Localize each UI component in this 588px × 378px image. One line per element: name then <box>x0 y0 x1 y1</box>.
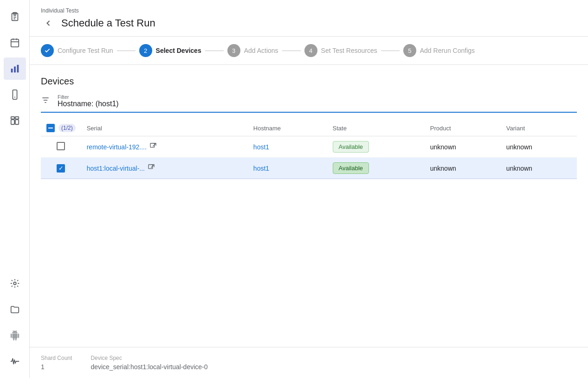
content-area: Devices Filter Hostname: (host1) <box>30 65 588 347</box>
step-5-label: Add Rerun Configs <box>420 47 475 54</box>
select-all-checkbox[interactable] <box>46 124 55 132</box>
sidebar-item-phone[interactable] <box>4 83 26 106</box>
filter-value: Hostname: (host1) <box>58 100 119 108</box>
row-2-serial-link[interactable]: host1:local-virtual-... <box>87 164 242 173</box>
header: Individual Tests Schedule a Test Run <box>30 0 588 37</box>
filter-content: Filter Hostname: (host1) <box>58 94 119 108</box>
row-2-state-badge: Available <box>333 162 369 174</box>
step-3-circle: 3 <box>227 44 240 57</box>
sidebar <box>0 0 30 378</box>
shard-count-value: 1 <box>41 363 72 371</box>
svg-rect-14 <box>11 117 14 119</box>
row-2-state: Available <box>327 158 425 179</box>
row-2-ext-icon[interactable] <box>148 164 155 173</box>
connector-4-5 <box>381 51 400 51</box>
back-button[interactable] <box>41 16 56 31</box>
row-2-hostname: host1 <box>248 158 327 179</box>
row-1-state: Available <box>327 136 425 158</box>
sidebar-item-calendar[interactable] <box>4 32 26 54</box>
row-1-variant: unknown <box>501 136 577 158</box>
row-1-checkbox[interactable] <box>57 142 65 150</box>
th-variant: Variant <box>501 120 577 136</box>
th-state: State <box>327 120 425 136</box>
device-spec-value: device_serial:host1:local-virtual-device… <box>90 363 207 371</box>
step-1-label: Configure Test Run <box>58 47 113 54</box>
step-4: 4 Set Test Resources <box>304 44 377 57</box>
page-title: Schedule a Test Run <box>61 17 155 29</box>
row-2-checkbox-cell: ✓ <box>41 158 81 179</box>
th-select-all: (1/2) <box>41 120 81 136</box>
table-row: ✓ host1:local-virtual-... <box>41 158 577 179</box>
row-2-variant: unknown <box>501 158 577 179</box>
svg-rect-12 <box>13 90 17 99</box>
shard-count-label: Shard Count <box>41 355 72 361</box>
filter-icon <box>41 96 50 107</box>
th-hostname: Hostname <box>248 120 327 136</box>
row-2-serial: host1:local-virtual-... <box>81 158 248 179</box>
device-table: (1/2) Serial Hostname State Product Vari… <box>41 120 577 179</box>
sidebar-item-clipboard[interactable] <box>4 6 26 28</box>
step-1-circle <box>41 44 54 57</box>
svg-rect-16 <box>11 120 14 124</box>
row-1-hostname-link[interactable]: host1 <box>253 143 269 151</box>
step-4-circle: 4 <box>304 44 317 57</box>
breadcrumb: Individual Tests <box>41 4 577 16</box>
sidebar-item-chart[interactable] <box>4 58 26 80</box>
selection-count: (1/2) <box>58 124 76 132</box>
row-1-product: unknown <box>425 136 501 158</box>
row-1-ext-icon[interactable] <box>149 142 157 152</box>
sidebar-item-settings[interactable] <box>4 272 26 295</box>
connector-1-2 <box>117 51 136 51</box>
table-row: remote-virtual-192.... host1 <box>41 136 577 158</box>
sidebar-item-folder[interactable] <box>4 298 26 320</box>
th-serial: Serial <box>81 120 248 136</box>
row-2-checkbox[interactable]: ✓ <box>57 164 65 173</box>
footer-panel: Shard Count 1 Device Spec device_serial:… <box>30 347 588 378</box>
th-product: Product <box>425 120 501 136</box>
row-1-hostname: host1 <box>248 136 327 158</box>
svg-rect-11 <box>17 65 19 73</box>
step-3: 3 Add Actions <box>227 44 278 57</box>
step-4-label: Set Test Resources <box>321 47 377 54</box>
row-2-product: unknown <box>425 158 501 179</box>
sidebar-item-android[interactable] <box>4 324 26 346</box>
sidebar-item-waveform[interactable] <box>4 350 26 372</box>
svg-rect-9 <box>11 69 13 72</box>
step-2-label: Select Devices <box>156 47 201 54</box>
row-1-state-badge: Available <box>333 141 369 153</box>
svg-rect-10 <box>14 66 16 72</box>
step-2-circle: 2 <box>139 44 152 57</box>
devices-section-title: Devices <box>41 76 577 87</box>
svg-rect-17 <box>15 120 18 124</box>
svg-point-18 <box>13 282 16 285</box>
step-3-label: Add Actions <box>244 47 278 54</box>
row-2-hostname-link[interactable]: host1 <box>253 165 269 172</box>
device-spec-field: Device Spec device_serial:host1:local-vi… <box>90 355 207 371</box>
connector-2-3 <box>205 51 224 51</box>
step-1: Configure Test Run <box>41 44 113 57</box>
svg-rect-5 <box>11 39 19 47</box>
svg-rect-15 <box>15 117 18 119</box>
row-1-serial-link[interactable]: remote-virtual-192.... <box>87 142 242 152</box>
filter-label: Filter <box>58 94 119 100</box>
step-2: 2 Select Devices <box>139 44 201 57</box>
row-1-checkbox-cell <box>41 136 81 158</box>
step-5-circle: 5 <box>403 44 416 57</box>
row-1-serial: remote-virtual-192.... <box>81 136 248 158</box>
main-content: Individual Tests Schedule a Test Run Con… <box>30 0 588 378</box>
device-spec-label: Device Spec <box>90 355 207 361</box>
connector-3-4 <box>282 51 301 51</box>
stepper: Configure Test Run 2 Select Devices 3 Ad… <box>30 37 588 65</box>
shard-count-field: Shard Count 1 <box>41 355 72 371</box>
step-5: 5 Add Rerun Configs <box>403 44 475 57</box>
filter-row[interactable]: Filter Hostname: (host1) <box>41 94 577 113</box>
sidebar-item-dashboard[interactable] <box>4 109 26 132</box>
